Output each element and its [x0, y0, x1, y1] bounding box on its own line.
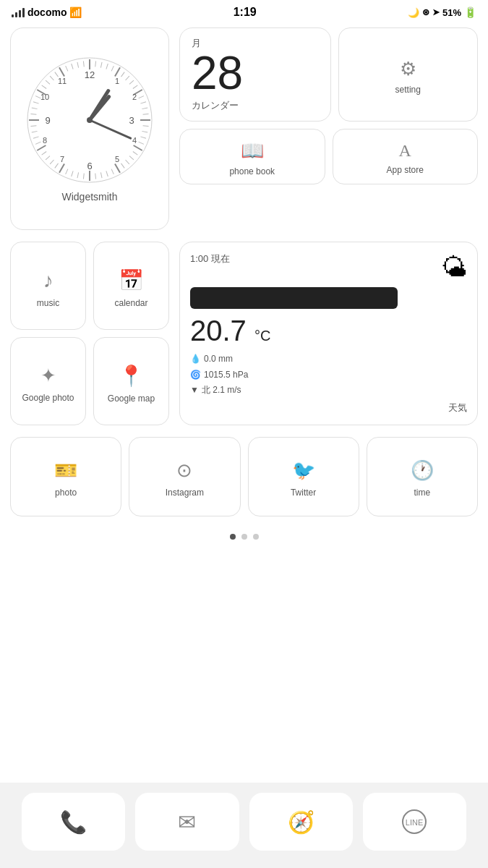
battery-percent: 51% — [442, 7, 461, 18]
phone-book-label: phone book — [229, 166, 275, 176]
widgetsmith-label: Widgetsmith — [61, 191, 117, 203]
calendar-widget[interactable]: 月 28 カレンダー — [179, 27, 331, 122]
wifi-icon: 📶 — [69, 7, 82, 18]
appstore-icon: A — [399, 141, 411, 161]
svg-text:11: 11 — [58, 77, 67, 85]
signal-icon — [12, 8, 25, 17]
battery-icon: 🔋 — [464, 7, 476, 18]
photo-icon: 🎫 — [54, 459, 77, 482]
photo-label: photo — [55, 488, 77, 498]
twitter-icon: 🐦 — [292, 459, 315, 482]
google-map-button[interactable]: 📍 Google map — [93, 337, 169, 425]
phone-dock-button[interactable]: 📞 — [22, 793, 125, 851]
weather-temp: 20.7 °C — [190, 315, 467, 347]
setting-button[interactable]: ⚙ setting — [338, 27, 479, 122]
svg-text:6: 6 — [87, 161, 92, 171]
map-pin-icon: 📍 — [119, 364, 144, 388]
calendar-icon: 📅 — [119, 268, 144, 292]
wind-value: 北 2.1 m/s — [202, 383, 241, 399]
svg-point-77 — [87, 117, 93, 123]
clock-icon: 🕐 — [411, 459, 434, 482]
time-label: time — [414, 488, 431, 498]
wind-icon: ▼ — [190, 383, 199, 399]
calendar-date: 28 — [192, 50, 243, 96]
line-app-icon: LINE — [401, 809, 427, 835]
svg-text:5: 5 — [115, 155, 119, 163]
svg-text:10: 10 — [40, 93, 49, 101]
mail-dock-button[interactable]: ✉ — [135, 793, 239, 851]
app-store-label: App store — [387, 165, 424, 175]
slack-icon: ✦ — [40, 365, 56, 387]
svg-text:2: 2 — [132, 93, 137, 101]
status-left: docomo 📶 — [12, 7, 82, 18]
home-screen: 12 3 6 9 1 2 4 5 7 8 10 11 — [0, 27, 488, 540]
book-icon: 📖 — [241, 140, 264, 162]
svg-text:3: 3 — [129, 115, 134, 126]
svg-text:4: 4 — [132, 136, 137, 145]
phone-dock-icon: 📞 — [60, 809, 87, 835]
time-display: 1:19 — [234, 6, 257, 19]
app-store-button[interactable]: A App store — [333, 129, 479, 184]
weather-widget[interactable]: 1:00 現在 🌤 20.7 °C 💧 0.0 mm 🌀 1015.5 hPa … — [179, 242, 478, 425]
clock-face: 12 3 6 9 1 2 4 5 7 8 10 11 — [25, 55, 155, 185]
music-button[interactable]: ♪ music — [10, 242, 86, 330]
app-row: 🎫 photo ⊙ Instagram 🐦 Twitter 🕐 time — [10, 437, 478, 516]
location-icon: ⊛ — [422, 7, 429, 17]
twitter-button[interactable]: 🐦 Twitter — [248, 437, 359, 516]
calendar-button[interactable]: 📅 calendar — [93, 242, 169, 330]
svg-text:8: 8 — [43, 136, 47, 145]
google-photo-label: Google photo — [22, 393, 74, 403]
photo-button[interactable]: 🎫 photo — [10, 437, 121, 516]
instagram-button[interactable]: ⊙ Instagram — [129, 437, 240, 516]
music-icon: ♪ — [43, 269, 53, 292]
page-dot-2[interactable] — [241, 534, 247, 540]
line-dock-button[interactable]: LINE — [363, 793, 466, 851]
instagram-icon: ⊙ — [176, 459, 192, 482]
twitter-label: Twitter — [291, 488, 316, 498]
svg-text:12: 12 — [85, 69, 95, 80]
mail-dock-icon: ✉ — [178, 809, 196, 835]
weather-details: 💧 0.0 mm 🌀 1015.5 hPa ▼ 北 2.1 m/s — [190, 352, 467, 399]
svg-text:1: 1 — [115, 77, 119, 85]
calendar-btn-label: calendar — [114, 298, 147, 308]
pressure-icon: 🌀 — [190, 367, 201, 383]
svg-text:LINE: LINE — [406, 818, 423, 827]
weather-bar — [190, 287, 398, 309]
safari-dock-button[interactable]: 🧭 — [249, 793, 353, 851]
google-map-label: Google map — [108, 393, 155, 404]
top-row: 12 3 6 9 1 2 4 5 7 8 10 11 — [10, 27, 478, 230]
carrier-label: docomo — [27, 7, 67, 18]
google-photo-button[interactable]: ✦ Google photo — [10, 337, 86, 425]
page-dot-3[interactable] — [253, 534, 259, 540]
setting-label: setting — [395, 85, 421, 95]
top-right: 月 28 カレンダー ⚙ setting 📖 phone book A — [179, 27, 478, 184]
moon-icon: 🌙 — [408, 7, 419, 18]
weather-time: 1:00 現在 — [190, 252, 230, 265]
status-right: 🌙 ⊛ ➤ 51% 🔋 — [408, 7, 476, 18]
clock-widget[interactable]: 12 3 6 9 1 2 4 5 7 8 10 11 — [10, 27, 169, 230]
rain-icon: 💧 — [190, 352, 201, 367]
page-dot-1[interactable] — [230, 534, 236, 540]
gear-icon: ⚙ — [400, 58, 416, 80]
icon-grid-2x2: ♪ music 📅 calendar ✦ Google photo 📍 Goog… — [10, 242, 169, 425]
svg-text:9: 9 — [45, 115, 50, 126]
time-button[interactable]: 🕐 time — [367, 437, 478, 516]
weather-condition-icon: 🌤 — [441, 252, 467, 283]
phone-book-button[interactable]: 📖 phone book — [179, 129, 325, 184]
weather-header: 1:00 現在 🌤 — [190, 252, 467, 283]
page-dots — [10, 534, 478, 540]
mid-row: ♪ music 📅 calendar ✦ Google photo 📍 Goog… — [10, 242, 478, 425]
pressure-value: 1015.5 hPa — [204, 367, 248, 383]
arrow-icon: ➤ — [432, 7, 440, 17]
weather-app-name: 天気 — [190, 399, 467, 414]
rain-value: 0.0 mm — [204, 352, 233, 367]
calendar-setting-row: 月 28 カレンダー ⚙ setting — [179, 27, 478, 122]
calendar-name: カレンダー — [192, 99, 239, 112]
safari-dock-icon: 🧭 — [288, 809, 314, 835]
instagram-label: Instagram — [166, 488, 204, 498]
phonebook-appstore-row: 📖 phone book A App store — [179, 129, 478, 184]
dock: 📞 ✉ 🧭 LINE — [0, 783, 488, 868]
svg-text:7: 7 — [60, 155, 64, 163]
status-bar: docomo 📶 1:19 🌙 ⊛ ➤ 51% 🔋 — [0, 0, 488, 22]
music-label: music — [37, 298, 59, 308]
